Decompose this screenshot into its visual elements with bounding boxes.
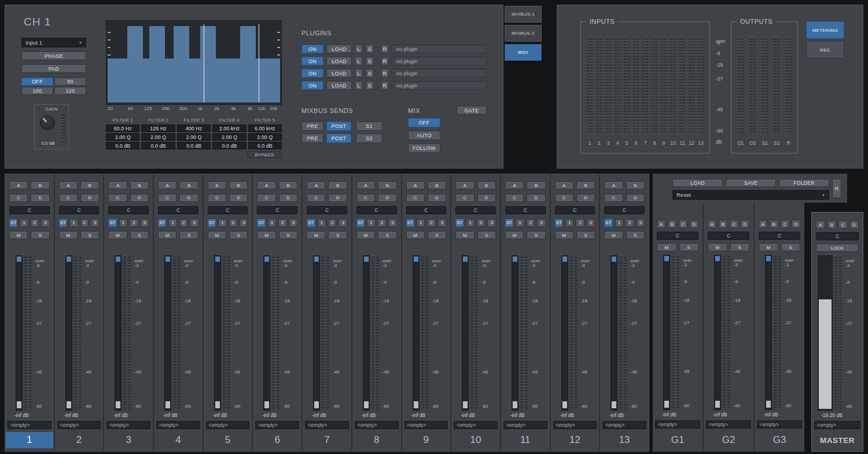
layer-c-button[interactable]: C [208,206,248,214]
mute-button[interactable]: M [257,231,275,239]
solo-button[interactable]: S [179,231,198,239]
bank-b-button[interactable]: B [378,181,396,189]
input-source-select[interactable]: Input 1 ▼ [21,38,86,47]
fader[interactable] [610,255,617,411]
aux-2-button[interactable]: 2 [427,219,435,227]
fader-handle[interactable] [766,401,771,408]
layer-c-button[interactable]: C [708,232,749,240]
send-post-button[interactable]: POST [326,134,351,143]
plugin-l-button[interactable]: L [355,45,363,53]
solo-button[interactable]: S [31,231,49,239]
fader[interactable] [512,255,518,411]
bank-c-button[interactable]: C [59,194,78,202]
bank-a-button[interactable]: A [406,181,425,189]
pad-button[interactable]: PAD [21,64,86,73]
bank-d-button[interactable]: D [378,194,396,202]
mute-button[interactable]: M [406,231,425,239]
bank-a-button[interactable]: A [158,181,176,189]
aux-2-button[interactable]: 2 [576,219,584,227]
bank-c-button[interactable]: C [838,221,848,229]
layer-c-button[interactable]: C [158,206,198,214]
bank-b-button[interactable]: B [80,181,99,189]
aux-1-button[interactable]: 1 [20,219,28,227]
solo-button[interactable]: S [576,231,595,239]
strip-select-label[interactable]: 11 [502,432,549,448]
plugin-slot[interactable]: no plugin [392,81,487,90]
fader-handle[interactable] [513,401,517,408]
bank-c-button[interactable]: C [781,220,789,228]
bank-b-button[interactable]: B [477,181,496,189]
mute-button[interactable]: M [455,231,474,239]
bank-c-button[interactable]: C [604,194,623,202]
fader[interactable] [65,255,72,411]
aux-3-button[interactable]: 3 [537,219,545,227]
aux-2-button[interactable]: 2 [626,219,634,227]
fader[interactable] [663,255,670,410]
fader[interactable] [462,255,469,411]
gate-button[interactable]: GATE [457,106,487,115]
bank-c-button[interactable]: C [679,220,687,228]
insert-slot[interactable]: <empty> [503,421,547,429]
stereo-link-button[interactable]: ST [108,219,116,227]
plugin-s-button[interactable]: S [366,45,374,53]
send-post-button[interactable]: POST [326,122,351,131]
solo-button[interactable]: S [229,231,248,239]
bank-d-button[interactable]: D [850,221,859,229]
bank-a-button[interactable]: A [708,220,716,228]
stereo-link-button[interactable]: ST [455,219,464,227]
mute-button[interactable]: M [505,231,524,239]
bank-c-button[interactable]: C [505,194,524,202]
hpf-100-button[interactable]: 100 [21,87,53,95]
stereo-link-button[interactable]: ST [59,219,67,227]
bank-b-button[interactable]: B [279,181,297,189]
filter-freq-value[interactable]: 60.0 Hz [106,125,139,132]
plugin-s-button[interactable]: S [366,81,374,90]
aux-1-button[interactable]: 1 [466,219,475,227]
plugin-load-button[interactable]: LOAD [326,81,352,90]
aux-3-button[interactable]: 3 [438,219,446,227]
fader-handle[interactable] [715,401,720,408]
filter-freq-value[interactable]: 400 Hz [177,125,211,132]
phase-button[interactable]: PHASE [21,52,86,60]
aux-2-button[interactable]: 2 [328,219,336,227]
layer-c-button[interactable]: C [257,206,297,214]
layer-c-button[interactable]: C [406,206,447,214]
layer-c-button[interactable]: C [455,206,496,214]
fader-handle[interactable] [314,401,319,408]
stereo-link-button[interactable]: ST [604,219,612,227]
plugin-on-button[interactable]: ON [301,57,323,65]
aux-2-button[interactable]: 2 [278,219,286,227]
plugin-slot[interactable]: no plugin [392,45,487,53]
solo-button[interactable]: S [626,231,645,239]
plugin-s-button[interactable]: S [366,57,374,65]
filter-q-value[interactable]: 2.00 Q [141,133,175,141]
plugin-load-button[interactable]: LOAD [326,57,352,65]
insert-slot[interactable]: <empty> [255,421,299,429]
insert-slot[interactable]: <empty> [404,421,448,429]
insert-slot[interactable]: <empty> [655,420,700,429]
insert-slot[interactable]: <empty> [8,421,52,429]
stereo-link-button[interactable]: ST [208,219,216,227]
strip-select-label[interactable]: 4 [155,432,202,448]
strip-select-label[interactable]: 2 [56,432,103,448]
tab-mixbus-2[interactable]: MIXBUS-2 [505,25,542,42]
bank-b-button[interactable]: B [31,181,49,189]
layer-c-button[interactable]: C [356,206,397,214]
layer-c-button[interactable]: C [657,232,698,240]
bank-b-button[interactable]: B [668,220,676,228]
bank-b-button[interactable]: B [179,181,198,189]
layer-c-button[interactable]: C [59,206,100,214]
fader-handle[interactable] [364,401,369,408]
strip-select-label[interactable]: 10 [452,432,499,448]
bank-a-button[interactable]: A [59,181,78,189]
aux-1-button[interactable]: 1 [318,219,326,227]
bank-b-button[interactable]: B [719,220,727,228]
aux-1-button[interactable]: 1 [565,219,573,227]
solo-button[interactable]: S [527,231,545,239]
bank-b-button[interactable]: B [229,181,248,189]
fader-handle[interactable] [664,401,669,408]
insert-slot[interactable]: <empty> [553,421,597,429]
bank-d-button[interactable]: D [328,194,347,202]
bank-a-button[interactable]: A [356,181,375,189]
insert-slot[interactable]: <empty> [57,421,101,429]
